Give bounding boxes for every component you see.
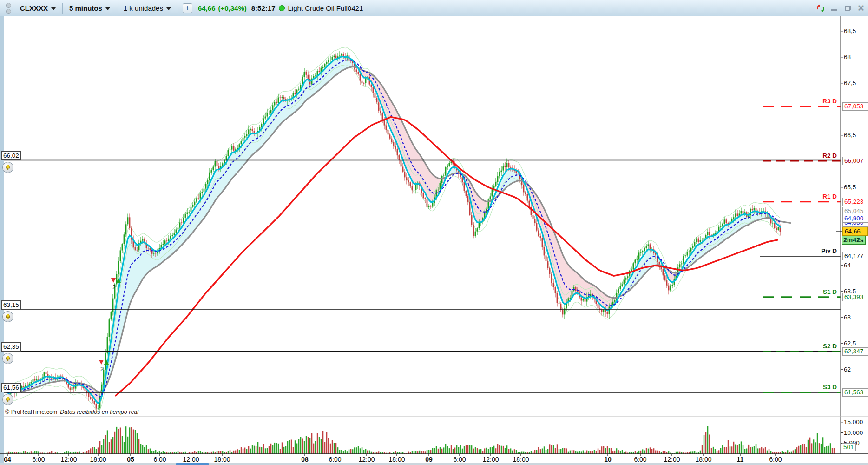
units-label: 1 k unidades: [124, 4, 163, 12]
alarm-price-label[interactable]: 61,56: [1, 383, 21, 392]
marker-quantity: 2: [100, 365, 104, 372]
marker-quantity: 2: [112, 284, 116, 291]
time-axis-day-label: 04: [4, 456, 11, 463]
current-price-label: 64,66: [842, 227, 868, 236]
price-axis-tick: 62,5: [844, 340, 856, 347]
window-controls: ✕: [816, 0, 866, 16]
price-axis-tick: 68,5: [844, 27, 856, 34]
minimize-button[interactable]: [829, 4, 839, 13]
toolbar-separator: [178, 3, 178, 14]
time-axis-hour-label: 12:00: [60, 456, 77, 463]
price-axis-tick: 65,5: [844, 184, 856, 191]
price-axis-tick: 66,5: [844, 132, 856, 139]
timeframe-label: 5 minutos: [69, 4, 102, 12]
chevron-down-icon: [51, 7, 56, 10]
pivot-value-label: 66,007: [842, 157, 868, 165]
pivot-value-label: 65,223: [842, 198, 868, 206]
time-axis-hour-label: 18:00: [214, 456, 230, 463]
realtime-note: Datos recibidos en tiempo real: [60, 409, 138, 415]
last-price: 64,66: [198, 4, 216, 12]
instrument-name: Light Crude Oil Full0421: [288, 4, 363, 12]
price-axis-tick: 64: [844, 262, 851, 269]
time-axis-hour-label: 6:00: [634, 456, 646, 463]
instrument-dropdown[interactable]: CLXXXX: [14, 0, 61, 16]
chevron-down-icon: [105, 7, 110, 10]
volume-axis-tick: 10.000: [844, 429, 863, 436]
pivot-value-label: 63,393: [842, 293, 868, 301]
time-axis-day-label: 11: [737, 456, 744, 463]
time-axis-hour-label: 18:00: [90, 456, 106, 463]
time-axis-hour-label: 18:00: [513, 456, 529, 463]
window-grip-icon[interactable]: [2, 2, 14, 14]
time-axis-hour-label: 6:00: [329, 456, 341, 463]
time-axis-day-label: 09: [425, 456, 433, 463]
quote-area: 64,66 (+0,34%) 8:52:17: [198, 4, 276, 12]
copyright-text: © ProRealTime.com: [5, 409, 57, 415]
toolbar-separator: [62, 3, 63, 14]
pivot-name-label: S1 D: [823, 288, 837, 295]
restore-button[interactable]: [843, 4, 852, 13]
time-axis-day-label: 10: [604, 456, 612, 463]
price-axis-tick: 67,5: [844, 80, 856, 86]
time-axis-day-label: 08: [301, 456, 309, 463]
time-axis-hour-label: 12:00: [664, 456, 680, 463]
units-dropdown[interactable]: 1 k unidades: [118, 0, 177, 16]
pivot-name-label: Piv D: [821, 247, 837, 254]
toolbar-separator: [117, 3, 117, 14]
pivot-name-label: S3 D: [823, 384, 837, 391]
buy-arrow-icon: [116, 278, 121, 283]
pivot-value-label: 62,347: [842, 347, 868, 356]
alarm-bell-icon[interactable]: [2, 353, 13, 364]
sell-arrow-icon: [111, 278, 116, 283]
time-axis-day-label: 05: [127, 456, 134, 463]
timeframe-dropdown[interactable]: 5 minutos: [64, 0, 116, 16]
quote-time: 8:52:17: [251, 4, 276, 12]
pivot-name-label: R3 D: [822, 98, 837, 105]
time-axis-hour-label: 12:00: [183, 456, 199, 463]
pivot-value-label: 64,177: [842, 252, 868, 260]
time-axis-hour-label: 18:00: [695, 456, 711, 463]
sell-arrow-icon: [99, 360, 104, 365]
time-axis-hour-label: 6:00: [32, 456, 45, 463]
time-axis-hour-label: 12:00: [482, 456, 499, 463]
instrument-code: CLXXXX: [20, 4, 48, 12]
candle-countdown-label: 2m42s: [842, 236, 866, 245]
info-icon[interactable]: i: [183, 3, 192, 13]
alarm-price-label[interactable]: 63,15: [1, 300, 21, 310]
price-chart-canvas[interactable]: [0, 0, 868, 465]
trade-marker: 2: [111, 278, 121, 291]
trade-marker: 2: [99, 360, 109, 373]
time-axis-hour-label: 6:00: [453, 456, 466, 463]
pivot-name-label: R2 D: [822, 152, 837, 159]
copyright-note: © ProRealTime.comDatos recibidos en tiem…: [5, 409, 138, 415]
price-axis-tick: 63: [844, 314, 851, 321]
chevron-down-icon: [166, 7, 171, 10]
time-axis-hour-label: 6:00: [153, 456, 166, 463]
volume-axis-tick: 15.000: [844, 418, 863, 425]
pivot-name-label: R1 D: [822, 193, 837, 200]
ma-value-label: 65,045: [842, 207, 868, 215]
price-axis-tick: 68: [844, 53, 851, 60]
alarm-price-label[interactable]: 62,35: [1, 342, 21, 352]
alarm-bell-icon[interactable]: [2, 162, 13, 173]
time-axis-hour-label: 12:00: [358, 456, 375, 463]
buy-arrow-icon: [104, 360, 109, 365]
alarm-bell-icon[interactable]: [2, 311, 13, 322]
refresh-icon[interactable]: [816, 4, 825, 13]
current-volume-label: 501: [842, 443, 856, 451]
price-axis-tick: 62: [844, 366, 851, 373]
pivot-value-label: 67,053: [842, 102, 868, 111]
price-change: (+0,34%): [218, 4, 246, 12]
time-axis-hour-label: 18:00: [388, 456, 405, 463]
pivot-name-label: S2 D: [823, 343, 837, 350]
time-axis-hour-label: 6:00: [769, 456, 782, 463]
pivot-value-label: 61,563: [842, 388, 868, 397]
ma-value-label: 64,900: [842, 214, 868, 223]
close-button[interactable]: ✕: [856, 4, 866, 13]
bottom-scrollbar-thumb[interactable]: [176, 463, 209, 465]
alarm-price-label[interactable]: 66,02: [1, 151, 21, 160]
realtime-status-icon: [279, 5, 285, 11]
bottom-scrollbar-track[interactable]: [0, 463, 868, 465]
chart-toolbar: CLXXXX 5 minutos 1 k unidades i 64,66 (+…: [0, 0, 868, 16]
alarm-bell-icon[interactable]: [2, 394, 13, 405]
